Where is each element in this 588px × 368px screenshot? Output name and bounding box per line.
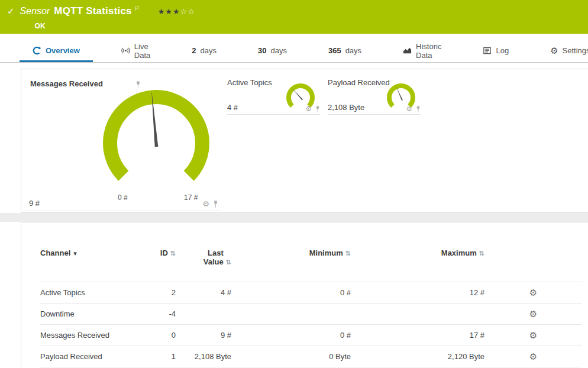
active-topics-gauge-module: Active Topics 4 # ⚙︎ bbox=[227, 75, 320, 115]
gauge-settings-gear-icon[interactable]: ⚙︎ bbox=[406, 105, 412, 112]
tab-label: days bbox=[201, 46, 217, 55]
status-ok-icon: ✓ bbox=[7, 5, 15, 17]
channels-panel: Channel▾ ID⇅ Last Value⇅ Minimum⇅ Maximu… bbox=[21, 222, 588, 368]
tab-label: Historic Data bbox=[416, 42, 441, 60]
gauge-settings-gear-icon[interactable]: ⚙︎ bbox=[202, 200, 209, 208]
stars-filled: ★★★ bbox=[158, 7, 180, 16]
channel-maximum: 12 # bbox=[351, 282, 484, 304]
table-row: Payload Received 1 2,108 Byte 0 Byte 2,1… bbox=[40, 346, 582, 367]
channel-name: Messages Received bbox=[40, 325, 138, 346]
tab-label: Live Data bbox=[134, 42, 150, 60]
settings-gear-icon: ⚙︎ bbox=[550, 46, 558, 55]
column-header-channel[interactable]: Channel▾ bbox=[40, 248, 138, 282]
channel-maximum: 17 # bbox=[351, 325, 484, 346]
channel-name: Downtime bbox=[40, 304, 138, 325]
gauge-min-label: 0 # bbox=[118, 193, 128, 202]
channel-name: Active Topics bbox=[40, 282, 138, 304]
messages-received-gauge-module: Messages Received 0 # 17 # 9 # ⚙︎ bbox=[23, 75, 221, 211]
payload-received-gauge-module: Payload Received 2,108 Byte ⚙︎ bbox=[328, 75, 421, 115]
tab-log[interactable]: Log bbox=[470, 41, 522, 62]
historic-data-icon bbox=[403, 46, 412, 55]
column-label: Minimum bbox=[309, 248, 343, 257]
gauge-pin-icon[interactable] bbox=[416, 106, 421, 112]
column-header-maximum[interactable]: Maximum⇅ bbox=[351, 248, 484, 282]
gauge-title: Messages Received bbox=[30, 79, 103, 88]
table-header-row: Channel▾ ID⇅ Last Value⇅ Minimum⇅ Maximu… bbox=[40, 248, 582, 282]
channel-settings-gear-icon[interactable]: ⚙︎ bbox=[529, 288, 537, 298]
channel-last-value: 9 # bbox=[176, 325, 231, 346]
content-area: Messages Received 0 # 17 # 9 # ⚙︎ Active… bbox=[0, 63, 588, 368]
channel-last-value: 4 # bbox=[176, 282, 231, 304]
sort-arrows-icon: ⇅ bbox=[226, 259, 231, 266]
channel-id: 1 bbox=[138, 346, 176, 367]
gauge-max-label: 17 # bbox=[184, 193, 198, 202]
column-label: Maximum bbox=[441, 248, 477, 257]
table-row: Messages Received 0 9 # 0 # 17 # ⚙︎ bbox=[40, 325, 582, 346]
status-badge: OK bbox=[35, 22, 195, 30]
channel-settings-gear-icon[interactable]: ⚙︎ bbox=[529, 351, 537, 361]
panel-divider bbox=[0, 213, 588, 222]
channel-settings-gear-icon[interactable]: ⚙︎ bbox=[529, 330, 537, 340]
tab-bar: Overview Live Data 2 days 30 days 365 da… bbox=[0, 34, 588, 63]
channel-id: -4 bbox=[138, 304, 176, 325]
title-block: Sensor MQTT Statistics ⚐ ★★★☆☆ OK bbox=[20, 5, 195, 30]
channel-minimum: 0 Byte bbox=[231, 346, 351, 367]
favorite-flag-icon[interactable]: ⚐ bbox=[134, 5, 140, 12]
gauge-needle bbox=[292, 88, 303, 100]
column-header-id[interactable]: ID⇅ bbox=[138, 248, 176, 282]
tab-30-days[interactable]: 30 days bbox=[245, 41, 300, 62]
gauge-pin-icon[interactable] bbox=[315, 106, 320, 112]
gauge-pin-icon[interactable] bbox=[213, 201, 218, 208]
channel-last-value: 2,108 Byte bbox=[176, 346, 231, 367]
channels-table: Channel▾ ID⇅ Last Value⇅ Minimum⇅ Maximu… bbox=[40, 248, 582, 367]
tab-number: 365 bbox=[328, 46, 341, 55]
messages-received-gauge bbox=[97, 86, 215, 195]
gauge-current-value: 9 # bbox=[29, 199, 40, 208]
priority-stars[interactable]: ★★★☆☆ bbox=[158, 7, 195, 16]
gauge-arc bbox=[389, 86, 413, 106]
tab-365-days[interactable]: 365 days bbox=[315, 41, 374, 62]
object-kind-label: Sensor bbox=[20, 6, 50, 17]
page-title: MQTT Statistics bbox=[54, 5, 131, 17]
tab-live-data[interactable]: Live Data bbox=[108, 41, 163, 62]
channel-maximum: 2,120 Byte bbox=[351, 346, 484, 367]
gauge-title: Active Topics bbox=[227, 78, 272, 87]
channel-minimum bbox=[231, 304, 351, 325]
channel-name: Payload Received bbox=[40, 346, 138, 367]
gauge-settings-gear-icon[interactable]: ⚙︎ bbox=[305, 105, 312, 112]
column-header-last-value[interactable]: Last Value⇅ bbox=[176, 248, 231, 282]
channel-maximum bbox=[351, 304, 484, 325]
gauges-panel: Messages Received 0 # 17 # 9 # ⚙︎ Active… bbox=[21, 69, 588, 213]
tab-overview[interactable]: Overview bbox=[20, 41, 93, 62]
gauge-actions: ⚙︎ bbox=[406, 105, 421, 112]
tab-label: Log bbox=[496, 46, 509, 55]
tab-settings[interactable]: ⚙︎ Settings bbox=[537, 41, 588, 62]
table-row: Downtime -4 ⚙︎ bbox=[40, 304, 582, 325]
channel-minimum: 0 # bbox=[231, 282, 351, 304]
sort-arrows-icon: ⇅ bbox=[345, 250, 351, 257]
gauge-current-value: 2,108 Byte bbox=[328, 103, 364, 112]
sort-arrows-icon: ⇅ bbox=[479, 250, 484, 257]
table-row: Active Topics 2 4 # 0 # 12 # ⚙︎ bbox=[40, 282, 582, 304]
tab-label: Overview bbox=[46, 46, 80, 55]
tab-historic-data[interactable]: Historic Data bbox=[390, 41, 454, 62]
gauge-title: Payload Received bbox=[328, 78, 390, 87]
column-label: Channel bbox=[40, 248, 70, 257]
channel-id: 2 bbox=[138, 282, 176, 304]
column-label: Last Value bbox=[198, 248, 224, 266]
sort-arrows-icon: ⇅ bbox=[170, 250, 176, 257]
channel-last-value bbox=[176, 304, 231, 325]
gauge-arc bbox=[289, 86, 312, 106]
live-data-icon bbox=[121, 46, 130, 55]
overview-icon bbox=[33, 46, 41, 55]
tab-label: days bbox=[270, 46, 286, 55]
channel-settings-gear-icon[interactable]: ⚙︎ bbox=[529, 309, 537, 319]
tab-number: 30 bbox=[258, 46, 266, 55]
column-header-actions bbox=[484, 248, 582, 282]
stars-empty: ☆☆ bbox=[180, 7, 195, 16]
gauge-current-value: 4 # bbox=[227, 103, 238, 112]
tab-2-days[interactable]: 2 days bbox=[179, 41, 230, 62]
gauge-actions: ⚙︎ bbox=[305, 105, 320, 112]
channel-minimum: 0 # bbox=[231, 325, 351, 346]
column-header-minimum[interactable]: Minimum⇅ bbox=[231, 248, 351, 282]
